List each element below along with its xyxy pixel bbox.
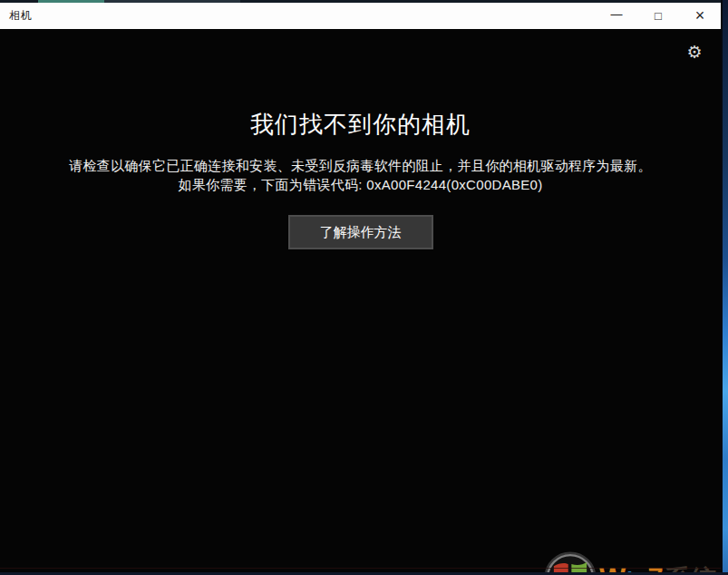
error-code-line: 如果你需要，下面为错误代码: 0xA00F4244(0xC00DABE0) (0, 175, 721, 194)
bottom-artifact-line (0, 568, 721, 569)
camera-viewport: ⚙ 我们找不到你的相机 请检查以确保它已正确连接和安装、未受到反病毒软件的阻止，… (0, 29, 721, 572)
error-title: 我们找不到你的相机 (0, 109, 721, 141)
gear-icon: ⚙ (686, 43, 702, 62)
close-button[interactable]: × (679, 3, 721, 29)
desktop-right-sliver (721, 0, 728, 575)
error-description: 请检查以确保它已正确连接和安装、未受到反病毒软件的阻止，并且你的相机驱动程序为最… (0, 156, 721, 175)
settings-button[interactable]: ⚙ (683, 41, 706, 64)
maximize-button[interactable]: □ (637, 3, 679, 29)
app-title: 相机 (0, 8, 33, 24)
learn-how-button[interactable]: 了解操作方法 (288, 215, 433, 249)
minimize-button[interactable]: — (596, 3, 637, 29)
close-icon: × (695, 6, 705, 25)
minimize-icon: — (611, 7, 623, 21)
title-bar: 相机 — □ × (0, 3, 721, 29)
camera-error-panel: 我们找不到你的相机 请检查以确保它已正确连接和安装、未受到反病毒软件的阻止，并且… (0, 29, 721, 249)
maximize-icon: □ (655, 9, 662, 23)
window-controls: — □ × (596, 3, 721, 29)
